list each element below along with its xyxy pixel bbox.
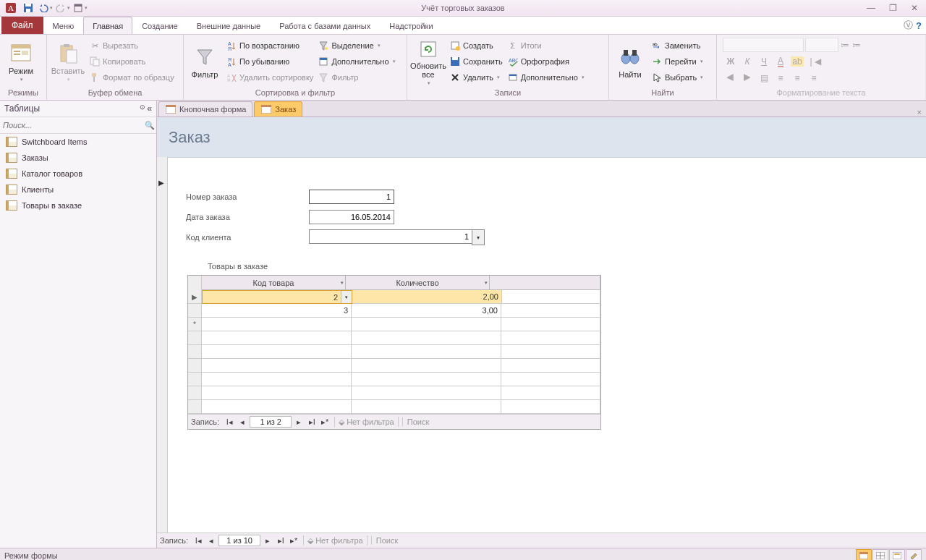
cell-product-id[interactable]: 3	[202, 304, 352, 318]
replace-button[interactable]: abЗаменить	[650, 38, 705, 54]
spelling-button[interactable]: ABCОрфография	[506, 54, 586, 69]
layout-view-icon[interactable]	[889, 549, 905, 560]
nav-first-icon[interactable]: I◂	[192, 535, 204, 546]
toggle-filter-button[interactable]: Фильтр	[316, 69, 396, 85]
help-icon[interactable]: ⓥ ?	[904, 17, 922, 34]
find-button[interactable]: Найти	[612, 38, 648, 87]
tab-create[interactable]: Создание	[132, 17, 187, 34]
goto-button[interactable]: Перейти▾	[650, 54, 705, 69]
nav-search-input[interactable]	[0, 119, 143, 131]
nav-prev-icon[interactable]: ◂	[205, 535, 217, 546]
nav-first-icon[interactable]: I◂	[224, 416, 235, 428]
delete-record-button[interactable]: Удалить▾	[448, 69, 504, 85]
select-button[interactable]: Выбрать▾	[650, 69, 705, 85]
chevron-down-icon[interactable]: ▾	[341, 291, 352, 303]
close-tab-icon[interactable]: ×	[917, 108, 926, 116]
tab-order-form[interactable]: Заказ	[254, 101, 302, 116]
filter-button[interactable]: Фильтр	[187, 38, 223, 87]
nav-next-icon[interactable]: ▸	[262, 535, 273, 546]
combo-client-id[interactable]: ▾	[309, 229, 485, 245]
nav-new-icon[interactable]: ▸*	[288, 535, 300, 546]
nav-search[interactable]: Поиск	[402, 417, 433, 426]
file-tab[interactable]: Файл	[1, 17, 43, 34]
form-view-icon[interactable]	[856, 549, 872, 560]
nav-prev-icon[interactable]: ◂	[237, 416, 248, 428]
tab-switchboard-form[interactable]: Кнопочная форма	[158, 101, 252, 116]
italic-icon[interactable]: К	[739, 54, 755, 69]
col-quantity[interactable]: Количество▾	[346, 276, 490, 290]
nav-position[interactable]: 1 из 10	[218, 535, 260, 546]
record-selector[interactable]: ▶	[157, 157, 168, 533]
nav-new-icon[interactable]: ▸*	[319, 416, 331, 428]
nav-filter[interactable]: ⬙Нет фильтра	[307, 536, 363, 546]
qat-more-icon[interactable]: ▾	[72, 1, 88, 15]
input-client-id[interactable]	[309, 229, 472, 244]
align-left-icon[interactable]: ≡	[773, 70, 789, 86]
save-record-button[interactable]: Сохранить	[448, 54, 504, 69]
nav-item-orders[interactable]: Заказы	[0, 150, 156, 166]
font-color-icon[interactable]: A	[773, 54, 789, 69]
paste-button[interactable]: Вставить▾	[50, 38, 86, 87]
cell-quantity[interactable]: 3,00	[352, 304, 501, 318]
new-record-button[interactable]: Создать	[448, 38, 504, 54]
tab-dbtools[interactable]: Работа с базами данных	[270, 17, 380, 34]
nav-filter[interactable]: ⬙Нет фильтра	[339, 417, 394, 427]
row-selector[interactable]: ▶	[188, 290, 202, 304]
more-records-button[interactable]: Дополнительно▾	[506, 69, 586, 85]
clear-sort-button[interactable]: AЯУдалить сортировку	[224, 69, 315, 85]
highlight-icon[interactable]: ab	[789, 54, 805, 69]
nav-item-switchboard[interactable]: Switchboard Items	[0, 134, 156, 150]
new-row-selector[interactable]: *	[188, 318, 202, 331]
nav-search[interactable]: Поиск	[371, 536, 402, 545]
access-icon[interactable]: A	[3, 1, 19, 15]
redo-icon[interactable]: ▾	[55, 1, 71, 15]
close-icon[interactable]: ✕	[906, 2, 923, 14]
refresh-all-button[interactable]: Обновить все▾	[410, 38, 446, 87]
sort-asc-button[interactable]: AЯПо возрастанию	[224, 38, 315, 54]
tab-menu[interactable]: Меню	[43, 17, 84, 34]
tab-external[interactable]: Внешние данные	[187, 17, 270, 34]
view-button[interactable]: Режим▾	[3, 38, 39, 87]
chevron-down-icon[interactable]: ▾	[472, 229, 485, 245]
cut-button[interactable]: ✂Вырезать	[88, 38, 176, 54]
totals-button[interactable]: ΣИтоги	[506, 38, 586, 54]
undo-icon[interactable]: ▾	[38, 1, 54, 15]
nav-item-catalog[interactable]: Каталог товаров	[0, 166, 156, 182]
sort-desc-button[interactable]: ЯAПо убыванию	[224, 54, 315, 69]
cell-quantity[interactable]: 2,00	[352, 290, 502, 304]
label-order-no: Номер заказа	[186, 192, 309, 201]
search-icon[interactable]: 🔍	[143, 121, 156, 130]
design-view-icon[interactable]	[906, 549, 922, 560]
col-product-id[interactable]: Код товара▾	[202, 276, 346, 290]
align-right-icon[interactable]: ≡	[806, 70, 822, 86]
minimize-icon[interactable]: ―	[862, 2, 880, 14]
datasheet-view-icon[interactable]	[872, 549, 888, 560]
nav-header[interactable]: Таблицы ⊙ «	[0, 101, 156, 117]
nav-dropdown-icon[interactable]: ⊙	[140, 103, 145, 114]
tab-addins[interactable]: Надстройки	[380, 17, 442, 34]
nav-item-clients[interactable]: Клиенты	[0, 182, 156, 198]
nav-position[interactable]: 1 из 2	[250, 416, 292, 428]
nav-last-icon[interactable]: ▸I	[275, 535, 286, 546]
row-selector[interactable]	[188, 304, 202, 318]
svg-rect-10	[14, 54, 20, 55]
align-center-icon[interactable]: ≡	[789, 70, 805, 86]
copy-button[interactable]: Копировать	[88, 54, 176, 69]
nav-last-icon[interactable]: ▸I	[306, 416, 318, 428]
funnel-icon: ⬙	[307, 536, 313, 546]
selection-filter-button[interactable]: Выделение▾	[316, 38, 396, 54]
save-icon[interactable]	[20, 1, 36, 15]
input-order-no[interactable]	[309, 190, 394, 204]
nav-collapse-icon[interactable]: «	[147, 103, 152, 114]
advanced-filter-button[interactable]: Дополнительно▾	[316, 54, 396, 69]
input-order-date[interactable]	[309, 210, 394, 224]
tab-home[interactable]: Главная	[83, 17, 132, 34]
cell-product-id[interactable]: 2▾	[202, 290, 352, 304]
nav-item-order-items[interactable]: Товары в заказе	[0, 198, 156, 213]
format-painter-button[interactable]: Формат по образцу	[88, 69, 176, 85]
navigation-pane: Таблицы ⊙ « 🔍 Switchboard Items Заказы К…	[0, 101, 157, 548]
bold-icon[interactable]: Ж	[723, 54, 739, 69]
restore-icon[interactable]: ❐	[884, 2, 901, 14]
nav-next-icon[interactable]: ▸	[293, 416, 305, 428]
underline-icon[interactable]: Ч	[756, 54, 772, 69]
